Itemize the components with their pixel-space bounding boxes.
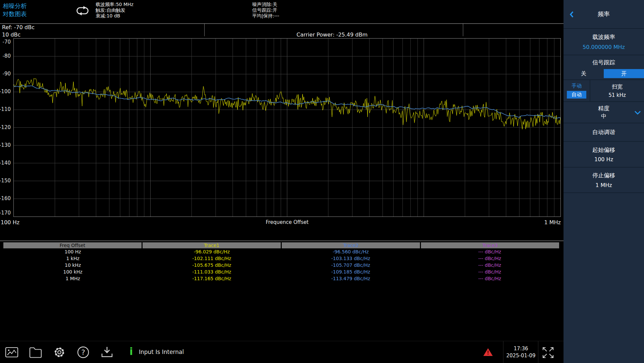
screen-capture-icon xyxy=(4,345,19,360)
span-value: 51 kHz xyxy=(608,92,626,98)
start-offset-value: 100 Hz xyxy=(594,156,613,163)
ref-level-label: Ref: -70 dBc xyxy=(2,24,35,31)
table-cell: -96.029 dBc/Hz xyxy=(142,248,281,255)
span-label: 扫宽 xyxy=(612,83,623,90)
folder-icon xyxy=(28,345,43,360)
frequency-menu-sidebar: 频率 载波频率 50.000000 MHz 信号跟踪 关 开 手动 自动 扫宽 … xyxy=(564,0,644,363)
table-cell: -103.133 dBc/Hz xyxy=(281,255,420,262)
signal-tracking-off-button[interactable]: 关 xyxy=(564,69,604,78)
fullscreen-toggle-button[interactable] xyxy=(541,346,555,361)
table-cell: -117.165 dBc/Hz xyxy=(142,275,281,282)
screen-capture-button[interactable] xyxy=(4,345,19,360)
chart-plot-svg xyxy=(14,39,560,217)
sidebar-item-auto-tune[interactable]: 自动调谐 xyxy=(564,123,644,142)
svg-text:!: ! xyxy=(487,350,489,356)
span-auto-button[interactable]: 自动 xyxy=(567,91,586,99)
table-cell: -102.111 dBc/Hz xyxy=(142,255,281,262)
header-separator xyxy=(0,23,564,24)
stop-offset-label: 停止偏移 xyxy=(592,172,615,179)
sidebar-item-stop-offset[interactable]: 停止偏移 1 MHz xyxy=(564,168,644,193)
y-axis-tick-label: -150 xyxy=(0,178,11,184)
scale-per-div-label: 10 dBc xyxy=(2,32,20,38)
y-axis-tick-label: -160 xyxy=(0,195,11,201)
x-axis-stop-label: 1 MHz xyxy=(13,219,561,226)
table-cell: -96.560 dBc/Hz xyxy=(281,248,420,255)
table-cell: 100 Hz xyxy=(3,248,142,255)
y-axis-tick-label: -80 xyxy=(3,53,11,59)
carrier-frequency-value: 50.000000 MHz xyxy=(583,44,625,50)
table-cell: --- dBc/Hz xyxy=(420,248,559,255)
info-icon: i xyxy=(129,345,133,358)
chevron-left-icon xyxy=(569,10,574,18)
section-tick xyxy=(463,24,463,36)
y-axis-tick-label: -130 xyxy=(0,142,11,148)
signal-tracking-label: 信号跟踪 xyxy=(564,55,644,66)
continuous-sweep-icon[interactable] xyxy=(75,5,90,18)
table-header-trace1: Trace1 xyxy=(142,242,281,248)
setting-line: 噪声消除:关 xyxy=(252,2,279,7)
table-cell: -105.675 dBc/Hz xyxy=(142,262,281,268)
app-title-line1: 相噪分析 xyxy=(3,2,27,10)
gear-icon xyxy=(52,345,67,360)
table-row: 100 kHz-111.033 dBc/Hz-109.185 dBc/Hz---… xyxy=(3,268,559,275)
chevron-down-icon xyxy=(634,110,641,116)
table-row: 1 MHz-117.165 dBc/Hz-113.479 dBc/Hz--- d… xyxy=(3,275,559,282)
span-value-button[interactable]: 扫宽 51 kHz xyxy=(590,83,644,98)
table-cell: --- dBc/Hz xyxy=(420,268,559,275)
table-cell: -105.707 dBc/Hz xyxy=(281,262,420,268)
y-axis-labels: -70-80-90-100-110-120-130-140-150-160-17… xyxy=(0,38,12,217)
setting-line: 载波频率:50 MHz xyxy=(96,2,133,7)
y-axis-tick-label: -100 xyxy=(0,88,11,95)
time-label: 17:36 xyxy=(504,345,537,352)
signal-tracking-toggle: 关 开 xyxy=(564,69,644,78)
table-header-trace3: Trace3 xyxy=(420,242,559,248)
svg-text:?: ? xyxy=(81,348,85,357)
span-mode-toggle: 手动 自动 xyxy=(564,80,590,101)
setting-line: 信号跟踪:开 xyxy=(252,7,279,13)
sidebar-item-precision[interactable]: 精度 中 xyxy=(564,102,644,123)
sidebar-item-signal-tracking: 信号跟踪 关 开 xyxy=(564,55,644,80)
table-cell: 1 MHz xyxy=(3,275,142,282)
settings-summary-left: 载波频率:50 MHz 触发:自由触发 衰减:10 dB xyxy=(96,2,133,19)
statusbar-divider xyxy=(538,341,538,363)
section-tick xyxy=(204,24,205,36)
precision-label: 精度 xyxy=(598,105,609,112)
y-axis-tick-label: -120 xyxy=(0,124,11,130)
status-bar: ? i Input Is Internal ! 17:36 2025-01-09 xyxy=(0,341,564,363)
instrument-screen: 相噪分析 对数图表 载波频率:50 MHz 触发:自由触发 衰减:10 dB 噪… xyxy=(0,0,644,363)
sidebar-item-start-offset[interactable]: 起始偏移 100 Hz xyxy=(564,142,644,168)
save-button[interactable] xyxy=(99,345,115,360)
file-explorer-button[interactable] xyxy=(28,345,43,360)
table-cell: --- dBc/Hz xyxy=(420,255,559,262)
stop-offset-value: 1 MHz xyxy=(595,182,612,188)
auto-tune-label: 自动调谐 xyxy=(592,128,615,136)
table-cell: -111.033 dBc/Hz xyxy=(142,268,281,275)
y-axis-tick-label: -110 xyxy=(0,106,11,112)
chart-plot xyxy=(13,38,561,217)
y-axis-tick-label: -90 xyxy=(3,71,11,77)
signal-tracking-on-button[interactable]: 开 xyxy=(604,69,644,78)
carrier-frequency-label: 载波频率 xyxy=(592,33,615,41)
decade-results-table: Freq Offset Trace1 Trace2 Trace3 100 Hz-… xyxy=(3,242,559,282)
question-icon: ? xyxy=(75,345,91,360)
settings-summary-right: 噪声消除:关 信号跟踪:开 平均|保持:--- xyxy=(252,2,279,19)
table-header-row: Freq Offset Trace1 Trace2 Trace3 xyxy=(3,242,559,248)
span-manual-button[interactable]: 手动 xyxy=(572,83,582,89)
sidebar-item-carrier-frequency[interactable]: 载波频率 50.000000 MHz xyxy=(564,29,644,55)
top-bar: 相噪分析 对数图表 载波频率:50 MHz 触发:自由触发 衰减:10 dB 噪… xyxy=(0,0,564,23)
warning-icon[interactable]: ! xyxy=(483,348,493,358)
settings-button[interactable] xyxy=(52,345,67,360)
setting-line: 平均|保持:--- xyxy=(252,13,279,19)
sidebar-title: 频率 xyxy=(598,10,610,18)
date-label: 2025-01-09 xyxy=(504,352,537,359)
app-title: 相噪分析 对数图表 xyxy=(3,2,27,18)
table-cell: --- dBc/Hz xyxy=(420,262,559,268)
back-button[interactable] xyxy=(569,10,574,20)
table-cell: 1 kHz xyxy=(3,255,142,262)
start-offset-label: 起始偏移 xyxy=(592,146,615,154)
carrier-power-label: Carrier Power: -25.49 dBm xyxy=(297,32,368,38)
setting-line: 触发:自由触发 xyxy=(96,7,133,13)
download-icon xyxy=(99,345,115,360)
help-button[interactable]: ? xyxy=(75,345,91,360)
table-header-freq-offset: Freq Offset xyxy=(3,242,142,248)
